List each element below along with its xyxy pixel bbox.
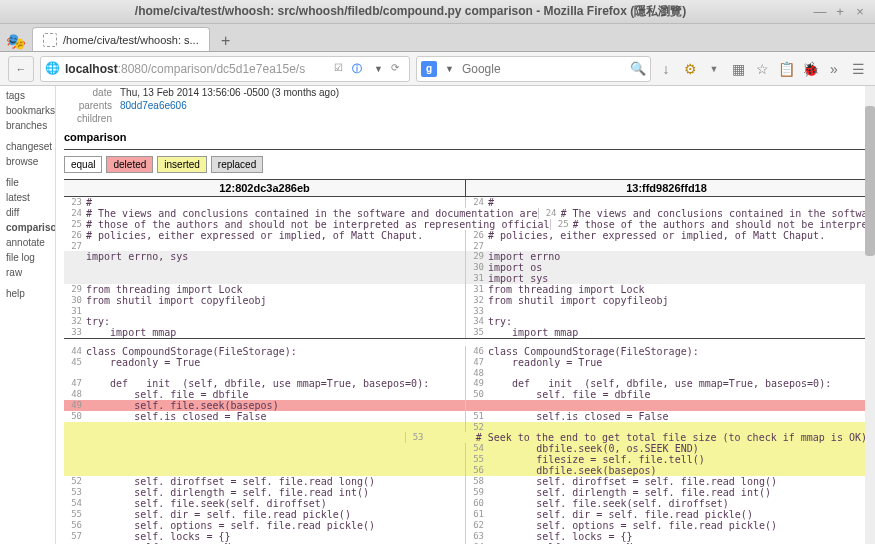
sidebar-item-annotate[interactable]: annotate [0,235,55,250]
sidebar-item-browse[interactable]: browse [0,154,55,169]
tab-label: /home/civa/test/whoosh: s... [63,34,199,46]
url-bar[interactable]: 🌐 localhost:8080/comparison/dc5d1e7ea15e… [40,56,410,82]
main-panel: dateThu, 13 Feb 2014 13:56:06 -0500 (3 m… [56,86,875,544]
url-dropdown-icon[interactable]: ▼ [370,64,387,74]
url-text: localhost:8080/comparison/dc5d1e7ea15e/s [65,62,330,76]
reload-icon[interactable]: ⟳ [391,62,405,76]
sidebar-item-changeset[interactable]: changeset [0,139,55,154]
minimize-button[interactable]: — [813,5,827,19]
sidebar-item-help[interactable]: help [0,286,55,301]
legend-replaced: replaced [211,156,263,173]
sidebar-item-comparison[interactable]: comparison [0,220,55,235]
sidebar-item-diff[interactable]: diff [0,205,55,220]
sidebar-item-file[interactable]: file [0,175,55,190]
reader-icon[interactable]: ☑ [334,62,348,76]
favicon-icon [43,33,57,47]
content-area: tags bookmarks branches changeset browse… [0,86,875,544]
diff-header: 12:802dc3a286eb 13:ffd9826ffd18 [64,179,867,197]
sidebar-item-bookmarks[interactable]: bookmarks [0,103,55,118]
close-button[interactable]: × [853,5,867,19]
maximize-button[interactable]: + [833,5,847,19]
downloads-icon[interactable]: ↓ [657,60,675,78]
back-button[interactable]: ← [8,56,34,82]
search-bar[interactable]: g ▼ 🔍 [416,56,651,82]
legend-inserted: inserted [157,156,207,173]
search-engine-dropdown-icon[interactable]: ▼ [441,64,458,74]
addon-icon[interactable]: ⚙ [681,60,699,78]
toolbar: ← 🌐 localhost:8080/comparison/dc5d1e7ea1… [0,52,875,86]
menu-icon[interactable]: ☰ [849,60,867,78]
sidebar: tags bookmarks branches changeset browse… [0,86,56,544]
browser-tab[interactable]: /home/civa/test/whoosh: s... [32,27,210,51]
comparison-heading: comparison [64,125,867,150]
sidebar-item-filelog[interactable]: file log [0,250,55,265]
addon-dropdown-icon[interactable]: ▼ [705,60,723,78]
new-tab-button[interactable]: + [216,31,236,51]
meta-parents-label: parents [64,100,112,111]
titlebar: /home/civa/test/whoosh: src/whoosh/filed… [0,0,875,24]
legend: equal deleted inserted replaced [64,156,867,173]
diff-header-left: 12:802dc3a286eb [64,180,465,196]
scrollbar-thumb[interactable] [865,106,875,256]
legend-equal: equal [64,156,102,173]
legend-deleted: deleted [106,156,153,173]
search-icon[interactable]: 🔍 [630,61,646,76]
search-input[interactable] [462,62,626,76]
sidebar-item-latest[interactable]: latest [0,190,55,205]
tiles-icon[interactable]: ▦ [729,60,747,78]
info-icon[interactable]: ⓘ [352,62,366,76]
bookmark-star-icon[interactable]: ☆ [753,60,771,78]
private-mask-icon: 🎭 [6,31,26,51]
meta-date-label: date [64,87,112,98]
globe-icon: 🌐 [45,61,61,77]
sidebar-item-branches[interactable]: branches [0,118,55,133]
meta-children-label: children [64,113,112,124]
sidebar-item-raw[interactable]: raw [0,265,55,280]
tab-bar: 🎭 /home/civa/test/whoosh: s... + [0,24,875,52]
meta-date: Thu, 13 Feb 2014 13:56:06 -0500 (3 month… [120,87,339,98]
scrollbar[interactable] [865,86,875,544]
library-icon[interactable]: 📋 [777,60,795,78]
google-icon[interactable]: g [421,61,437,77]
window-title: /home/civa/test/whoosh: src/whoosh/filed… [8,3,813,20]
diff-header-right: 13:ffd9826ffd18 [465,180,867,196]
overflow-icon[interactable]: » [825,60,843,78]
diff-body: 23#24# 24# The views and conclusions con… [64,197,867,544]
meta-parents-link[interactable]: 80dd7ea6e606 [120,100,187,111]
sidebar-item-tags[interactable]: tags [0,88,55,103]
bug-icon[interactable]: 🐞 [801,60,819,78]
